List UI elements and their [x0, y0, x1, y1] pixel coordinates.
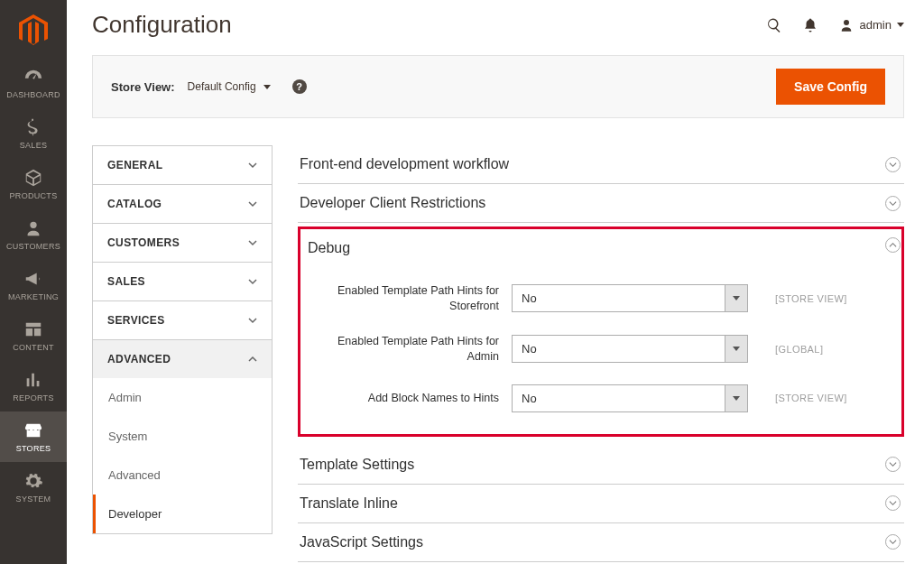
- layout-icon: [23, 319, 43, 339]
- scope-label: [STORE VIEW]: [775, 293, 847, 304]
- admin-username: admin: [860, 18, 892, 32]
- magento-logo-icon: [17, 14, 50, 47]
- main-content: Configuration admin Store View: Default …: [67, 0, 924, 564]
- field-template-hints-admin: Enabled Template Path Hints for Admin No…: [306, 334, 880, 365]
- settings-panel: Front-end development workflow Developer…: [298, 145, 904, 562]
- config-section-customers[interactable]: CUSTOMERS: [93, 224, 272, 262]
- config-item-admin[interactable]: Admin: [93, 378, 272, 417]
- nav-system[interactable]: SYSTEM: [0, 462, 67, 513]
- expand-icon: [885, 196, 901, 211]
- nav-marketing[interactable]: MARKETING: [0, 260, 67, 310]
- storefront-icon: [23, 421, 43, 440]
- section-debug: Debug Enabled Template Path Hints for St…: [298, 227, 904, 437]
- select-template-hints-storefront[interactable]: No: [512, 284, 748, 312]
- section-template-settings[interactable]: Template Settings: [298, 446, 904, 485]
- admin-nav-rail: DASHBOARD SALES PRODUCTS CUSTOMERS MARKE…: [0, 0, 67, 564]
- store-view-label: Store View:: [111, 80, 175, 94]
- nav-products[interactable]: PRODUCTS: [0, 159, 67, 209]
- megaphone-icon: [23, 269, 43, 289]
- chevron-down-icon: [725, 384, 748, 412]
- chevron-down-icon: [248, 161, 257, 170]
- help-icon[interactable]: ?: [292, 79, 307, 94]
- nav-sales[interactable]: SALES: [0, 108, 67, 159]
- search-icon[interactable]: [766, 17, 782, 33]
- expand-icon: [885, 534, 901, 550]
- expand-icon: [885, 495, 901, 511]
- header-tools: admin: [766, 17, 904, 33]
- admin-user-menu[interactable]: admin: [838, 17, 904, 33]
- store-view-switcher: Store View: Default Config ?: [111, 79, 307, 94]
- config-section-services[interactable]: SERVICES: [93, 301, 272, 339]
- chevron-down-icon: [263, 85, 271, 89]
- user-icon: [838, 17, 855, 33]
- chevron-down-icon: [248, 238, 257, 247]
- chevron-down-icon: [897, 23, 904, 27]
- nav-content[interactable]: CONTENT: [0, 310, 67, 361]
- config-toolbar: Store View: Default Config ? Save Config: [92, 55, 904, 118]
- chevron-down-icon: [725, 335, 748, 363]
- section-translate-inline[interactable]: Translate Inline: [298, 485, 904, 523]
- chevron-up-icon: [248, 355, 257, 364]
- store-view-select[interactable]: Default Config: [188, 80, 271, 93]
- collapse-icon[interactable]: [885, 237, 901, 253]
- scope-label: [STORE VIEW]: [775, 393, 847, 403]
- chevron-down-icon: [248, 277, 257, 286]
- bar-chart-icon: [23, 370, 43, 390]
- config-content: GENERAL CATALOG CUSTOMERS SALES SERVICES…: [92, 145, 904, 562]
- page-title: Configuration: [92, 11, 232, 39]
- page-header: Configuration admin: [92, 11, 904, 39]
- section-frontend-workflow[interactable]: Front-end development workflow: [298, 145, 904, 184]
- nav-reports[interactable]: REPORTS: [0, 361, 67, 411]
- nav-dashboard[interactable]: DASHBOARD: [0, 58, 67, 108]
- config-item-developer[interactable]: Developer: [93, 495, 272, 533]
- expand-icon: [885, 157, 901, 172]
- field-template-hints-storefront: Enabled Template Path Hints for Storefro…: [306, 283, 880, 314]
- field-block-names-hints: Add Block Names to Hints No [STORE VIEW]: [306, 384, 880, 412]
- chevron-down-icon: [725, 284, 748, 312]
- section-developer-client-restrictions[interactable]: Developer Client Restrictions: [298, 184, 904, 223]
- expand-icon: [885, 457, 901, 472]
- nav-customers[interactable]: CUSTOMERS: [0, 209, 67, 260]
- config-section-sales[interactable]: SALES: [93, 263, 272, 300]
- store-view-value: Default Config: [188, 80, 256, 93]
- gauge-icon: [23, 67, 43, 87]
- config-section-advanced[interactable]: ADVANCED: [93, 340, 272, 378]
- config-section-catalog[interactable]: CATALOG: [93, 185, 272, 223]
- section-debug-container: Debug Enabled Template Path Hints for St…: [298, 227, 904, 437]
- select-block-names-hints[interactable]: No: [512, 384, 748, 412]
- section-javascript-settings[interactable]: JavaScript Settings: [298, 523, 904, 562]
- config-sidebar: GENERAL CATALOG CUSTOMERS SALES SERVICES…: [92, 145, 273, 562]
- nav-stores[interactable]: STORES: [0, 411, 67, 462]
- box-icon: [23, 168, 43, 188]
- save-config-button[interactable]: Save Config: [776, 69, 885, 105]
- gear-icon: [23, 471, 43, 491]
- config-item-advanced[interactable]: Advanced: [93, 456, 272, 495]
- config-item-system[interactable]: System: [93, 417, 272, 456]
- scope-label: [GLOBAL]: [775, 344, 823, 355]
- config-section-general[interactable]: GENERAL: [93, 146, 272, 184]
- person-icon: [23, 218, 43, 238]
- chevron-down-icon: [248, 199, 257, 208]
- select-template-hints-admin[interactable]: No: [512, 335, 748, 363]
- dollar-icon: [23, 117, 43, 137]
- chevron-down-icon: [248, 316, 257, 325]
- section-debug-header[interactable]: Debug: [306, 240, 880, 264]
- bell-icon[interactable]: [802, 17, 818, 33]
- config-section-advanced-items: Admin System Advanced Developer: [93, 378, 272, 533]
